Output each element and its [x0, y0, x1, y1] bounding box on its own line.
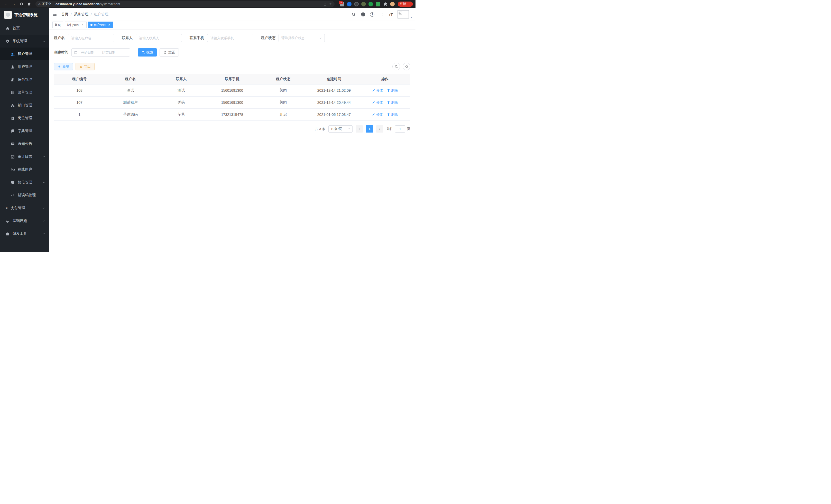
next-page-button[interactable]	[376, 125, 383, 132]
page-number-button[interactable]: 1	[366, 125, 373, 132]
sidebar-section-infra[interactable]: 基础设施	[0, 214, 49, 227]
edit-link[interactable]: 修改	[372, 100, 383, 105]
extension-green-square-icon[interactable]	[376, 2, 380, 6]
column-header: 租户状态	[258, 74, 309, 84]
delete-link[interactable]: 删除	[387, 88, 398, 93]
app-navbar: 首页 / 系统管理 / 租户管理 ? TT	[49, 8, 416, 21]
sidebar-item-home[interactable]: 首页	[0, 22, 49, 35]
forward-icon[interactable]: →	[10, 1, 17, 7]
share-icon[interactable]	[323, 2, 327, 6]
extension-blue-icon[interactable]	[347, 2, 351, 6]
active-dot	[90, 24, 92, 26]
mobile-label: 联系手机	[190, 36, 204, 40]
breadcrumb-system[interactable]: 系统管理	[74, 12, 88, 17]
tenant-name-input[interactable]	[68, 34, 114, 42]
github-icon[interactable]	[359, 10, 367, 19]
sidebar-item-error-code[interactable]: 错误码管理	[0, 189, 49, 202]
extensions-puzzle-icon[interactable]	[383, 2, 388, 6]
extension-green-check-icon[interactable]	[369, 2, 373, 6]
sidebar-fold-icon[interactable]	[52, 12, 57, 17]
security-warning[interactable]: ⚠ 不安全 |	[38, 2, 53, 6]
hide-search-icon-button[interactable]	[392, 63, 400, 70]
navbar-tools: ? TT ▾	[350, 10, 412, 19]
chrome-menu-icon[interactable]: ⋮	[407, 2, 411, 6]
contact-input[interactable]	[136, 34, 182, 42]
tab-tenant[interactable]: 租户管理 ×	[88, 22, 113, 28]
refresh-icon	[405, 65, 408, 68]
refresh-table-button[interactable]	[403, 63, 410, 70]
chevron-down-icon	[42, 155, 45, 158]
pagination: 共 3 条 10条/页 1 前往 页	[54, 125, 410, 132]
browser-toolbar: ← → ⚠ 不安全 | dashboard.yudao.iocoder.cn/s…	[0, 0, 416, 8]
sidebar-item-role[interactable]: 角色管理	[0, 73, 49, 86]
security-label: 不安全	[42, 2, 51, 6]
chrome-update-button[interactable]: 更新 ⋮	[398, 2, 413, 7]
sidebar-item-menu[interactable]: 菜单管理	[0, 86, 49, 99]
edit-link-label: 修改	[376, 112, 383, 117]
font-size-icon[interactable]: TT	[387, 10, 395, 19]
logo[interactable]: 芋道管理系统	[0, 8, 49, 22]
status-select[interactable]: 请选择租户状态	[279, 34, 325, 42]
sidebar-item-notice[interactable]: 通知公告	[0, 138, 49, 150]
sidebar-item-user[interactable]: 用户管理	[0, 60, 49, 73]
goto-page-input[interactable]	[395, 125, 405, 132]
sidebar-item-sms[interactable]: 短信管理	[0, 176, 49, 189]
sidebar-item-audit-log[interactable]: 审计日志	[0, 150, 49, 163]
tab-home[interactable]: 首页	[52, 22, 63, 28]
sidebar-item-post[interactable]: 岗位管理	[0, 112, 49, 125]
profile-avatar-icon[interactable]	[390, 2, 395, 6]
reset-button[interactable]: 重置	[160, 48, 179, 57]
extension-badge: 10	[339, 1, 343, 4]
table-row[interactable]: 1 芋道源码 芋艿 17321315478 开启 2021-01-05 17:0…	[54, 109, 410, 120]
pagination-goto: 前往 页	[386, 125, 410, 132]
delete-link[interactable]: 删除	[387, 100, 398, 105]
edit-link[interactable]: 修改	[372, 112, 383, 117]
sidebar-item-dept[interactable]: 部门管理	[0, 99, 49, 112]
sidebar-item-dict[interactable]: 字典管理	[0, 125, 49, 138]
search-icon[interactable]	[350, 10, 358, 19]
sidebar-item-tenant[interactable]: 租户管理	[0, 48, 49, 60]
add-button[interactable]: 新增	[54, 63, 73, 70]
fullscreen-icon[interactable]	[377, 10, 386, 19]
sidebar-section-dev-tools[interactable]: 研发工具	[0, 227, 49, 240]
search-button[interactable]: 搜索	[138, 48, 157, 57]
end-date-input[interactable]	[101, 51, 117, 55]
export-button[interactable]: 导出	[76, 63, 94, 70]
extension-dark-ring-icon[interactable]	[354, 2, 359, 6]
refresh-icon[interactable]	[18, 1, 25, 7]
sidebar-section-payment[interactable]: ¥ 支付管理	[0, 202, 49, 214]
org-tree-icon	[11, 103, 15, 108]
close-icon[interactable]: ×	[107, 23, 111, 27]
bookmark-star-icon[interactable]: ☆	[329, 2, 332, 6]
breadcrumb-home[interactable]: 首页	[61, 12, 68, 17]
prev-page-button[interactable]	[355, 125, 363, 132]
start-date-input[interactable]	[79, 51, 96, 55]
table-row[interactable]: 107 测试租户 秃头 15601691300 关闭 2021-12-14 20…	[54, 96, 410, 109]
download-icon	[79, 65, 83, 68]
update-label: 更新	[400, 2, 406, 6]
logo-image	[4, 11, 12, 19]
sidebar-item-online-users[interactable]: 在线用户	[0, 163, 49, 176]
roles-icon	[11, 78, 15, 82]
sidebar-item-label: 租户管理	[18, 52, 32, 56]
logo-title: 芋道管理系统	[15, 12, 37, 18]
extension-badged-icon[interactable]: 10	[340, 2, 344, 6]
mobile-input[interactable]	[207, 34, 253, 42]
cell-mobile: 15601691300	[207, 84, 257, 96]
tab-dept[interactable]: 部门管理 ×	[65, 22, 87, 28]
back-icon[interactable]: ←	[3, 1, 9, 7]
edit-link[interactable]: 修改	[372, 88, 383, 93]
extension-olive-icon[interactable]	[361, 2, 366, 6]
date-range-picker[interactable]: -	[71, 48, 130, 57]
close-icon[interactable]: ×	[81, 23, 84, 27]
sidebar-section-system[interactable]: 系统管理	[0, 35, 49, 48]
page-size-select[interactable]: 10条/页	[328, 125, 352, 132]
sidebar-item-label: 通知公告	[18, 142, 32, 146]
address-bar[interactable]: ⚠ 不安全 | dashboard.yudao.iocoder.cn/syste…	[35, 1, 335, 7]
help-icon[interactable]: ?	[368, 10, 376, 19]
caret-down-icon[interactable]: ▾	[411, 16, 412, 19]
table-row[interactable]: 108 测试 测试 15601691300 关闭 2021-12-14 21:0…	[54, 84, 410, 96]
delete-link[interactable]: 删除	[387, 112, 398, 117]
home-icon[interactable]	[26, 1, 32, 7]
user-avatar[interactable]	[398, 10, 409, 19]
